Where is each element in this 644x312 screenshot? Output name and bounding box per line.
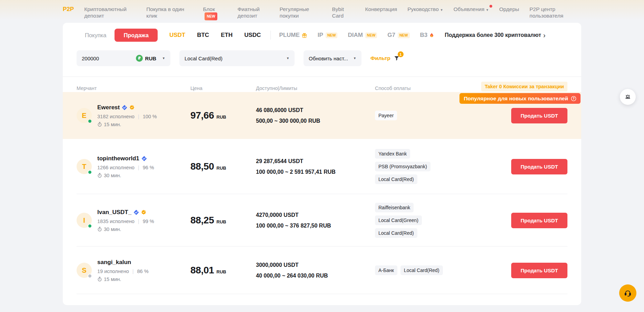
nav-item-блок[interactable]: БлокNEW <box>203 6 227 23</box>
alerts-fab[interactable] <box>620 89 636 105</box>
nav-item-bybit-card[interactable]: Bybit Card <box>332 6 355 23</box>
promo-tab-ip[interactable]: IPNEW <box>318 32 338 39</box>
caret-down-icon: ▼ <box>440 8 443 12</box>
nav-item-фиатный-депозит[interactable]: Фиатный депозит <box>238 6 269 23</box>
merchant-name[interactable]: Ewerest <box>97 104 157 111</box>
merchant-time: 30 мин. <box>97 227 154 232</box>
caret-down-icon: ▼ <box>486 8 489 12</box>
avatar[interactable]: T <box>77 159 92 174</box>
offers-panel: Покупка Продажа USDTBTCETHUSDC PLUMEIPNE… <box>63 23 581 305</box>
promo-tab-diam[interactable]: DIAMNEW <box>348 32 377 39</box>
gold-medal-icon <box>129 105 135 110</box>
limits-range: 500,00 ~ 300 000,00 RUB <box>256 118 375 124</box>
sell-usdt-button[interactable]: Продать USDT <box>511 159 567 174</box>
currency-select[interactable]: ₽ RUB ▼ <box>136 55 165 62</box>
merchant-stats: 1835 исполнено|99 % <box>97 219 154 224</box>
nav-item-p2p-центр-пользователя[interactable]: P2P центр пользователя <box>529 6 581 23</box>
price-value: 88,25 <box>190 215 214 225</box>
online-status-dot <box>88 224 92 228</box>
payment-chip: Payeer <box>375 111 397 120</box>
filter-button[interactable]: Фильтр 1 <box>370 55 400 61</box>
stopwatch-icon <box>97 276 102 282</box>
avatar[interactable]: I <box>77 213 92 228</box>
available-amount: 29 287,6544 USDT <box>256 158 375 164</box>
available-limits-cell: 3000,0000 USDT40 000,00 ~ 264 030,00 RUB <box>256 262 375 279</box>
promo-label: IP <box>318 32 323 39</box>
nav-item-регулярные-покупки[interactable]: Регулярные покупки <box>280 6 322 23</box>
coin-tab-usdt[interactable]: USDT <box>169 32 185 39</box>
caret-down-icon: ▼ <box>353 57 356 60</box>
siren-icon <box>624 93 632 101</box>
verified-badge-icon <box>122 105 127 110</box>
sell-usdt-button[interactable]: Продать USDT <box>511 213 567 228</box>
currency-label: RUB <box>145 56 157 61</box>
support-chat-fab[interactable] <box>619 284 636 302</box>
nav-item-криптовалютный-депозит[interactable]: Криптовалютный депозит <box>84 6 136 23</box>
limits-range: 40 000,00 ~ 264 030,00 RUB <box>256 273 375 279</box>
nav-item-покупка-в-один-клик[interactable]: Покупка в один клик <box>146 6 192 23</box>
chevron-right-icon: › <box>543 33 546 38</box>
amount-input[interactable] <box>82 56 120 61</box>
headset-icon <box>624 289 632 297</box>
col-payment: Способ оплаты <box>375 85 491 91</box>
sell-usdt-button[interactable]: Продать USDT <box>511 263 567 278</box>
coin-tab-btc[interactable]: BTC <box>197 32 209 39</box>
more-cryptos-label: Поддержка более 300 криптовалют <box>445 32 541 38</box>
new-badge: NEW <box>326 32 338 38</box>
caret-down-icon: ▼ <box>286 57 289 60</box>
tab-sell[interactable]: Продажа <box>115 29 158 42</box>
merchant-name[interactable]: Ivan_USDT_ <box>97 209 154 216</box>
promo-tab-b3[interactable]: B3 <box>420 32 435 39</box>
more-cryptos-link[interactable]: Поддержка более 300 криптовалют › <box>445 32 545 38</box>
new-badge: NEW <box>205 12 217 20</box>
nav-item-руководство[interactable]: Руководство▼ <box>407 6 443 23</box>
promo-tab-g7[interactable]: G7NEW <box>387 32 409 39</box>
merchant-time: 30 мин. <box>97 173 154 178</box>
merchant-name[interactable]: topintheworld1 <box>97 155 154 162</box>
stopwatch-icon <box>97 173 102 178</box>
filters-row: ₽ RUB ▼ Local Card(Red) ▼ Обновить наст.… <box>63 50 581 66</box>
merchant-name[interactable]: sangi_kalun <box>97 259 149 266</box>
coin-tab-usdc[interactable]: USDC <box>244 32 261 39</box>
table-header: Мерчант Цена Доступно|Лимиты Способ опла… <box>63 77 581 92</box>
payment-chip: Local Card(Green) <box>375 215 422 225</box>
nav-item-p2p[interactable]: P2P <box>63 6 74 23</box>
payment-chip: Local Card(Red) <box>375 228 417 238</box>
coin-tabs: USDTBTCETHUSDC <box>169 32 261 39</box>
nav-item-ордеры[interactable]: Ордеры <box>499 6 519 23</box>
price-value: 97,66 <box>190 110 214 121</box>
coin-tab-eth[interactable]: ETH <box>221 32 232 39</box>
verified-badge-icon <box>133 210 139 215</box>
refresh-value: Обновить наст... <box>309 56 348 61</box>
promo-label: B3 <box>420 32 428 39</box>
popular-badge-label: Популярное для новых пользователей <box>464 95 568 102</box>
merchant-cell: Ssangi_kalun19 исполнено|86 %15 мин. <box>77 259 190 282</box>
payment-method-select[interactable]: Local Card(Red) ▼ <box>179 50 295 66</box>
top-nav: P2PКриптовалютный депозитПокупка в один … <box>63 0 581 23</box>
avatar[interactable]: E <box>77 108 92 123</box>
nav-item-конвертация[interactable]: Конвертация <box>365 6 397 23</box>
price-value: 88,50 <box>190 161 214 172</box>
merchant-cell: Ttopintheworld11266 исполнено|96 %30 мин… <box>77 155 190 178</box>
promo-tab-plume[interactable]: PLUME <box>279 32 307 39</box>
sell-usdt-button[interactable]: Продать USDT <box>511 108 567 123</box>
available-amount: 4270,0000 USDT <box>256 212 375 218</box>
new-badge: NEW <box>398 32 410 38</box>
amount-box: ₽ RUB ▼ <box>77 50 170 66</box>
nav-item-объявления[interactable]: Объявления▼ <box>454 6 489 23</box>
col-available-limits: Доступно|Лимиты <box>256 85 375 91</box>
tab-buy[interactable]: Покупка <box>77 32 115 39</box>
fire-icon <box>429 32 434 38</box>
limits-range: 100 000,00 ~ 376 827,50 RUB <box>256 223 375 229</box>
taker-fee-badge: Taker 0 Комиссии за транзакции <box>481 82 567 91</box>
offer-row: Ssangi_kalun19 исполнено|86 %15 мин.88,0… <box>63 246 581 294</box>
payment-chip: Raiffeisenbank <box>375 203 414 212</box>
payment-chip: Local Card(Red) <box>375 174 417 184</box>
limits-range: 100 000,00 ~ 2 591 957,41 RUB <box>256 169 375 175</box>
price-value: 88,01 <box>190 265 214 275</box>
available-limits-cell: 46 080,6000 USDT500,00 ~ 300 000,00 RUB <box>256 107 375 124</box>
col-price: Цена <box>190 85 256 91</box>
avatar[interactable]: S <box>77 263 92 278</box>
popular-badge: Популярное для новых пользователей? <box>459 93 581 104</box>
refresh-select[interactable]: Обновить наст... ▼ <box>304 50 361 66</box>
